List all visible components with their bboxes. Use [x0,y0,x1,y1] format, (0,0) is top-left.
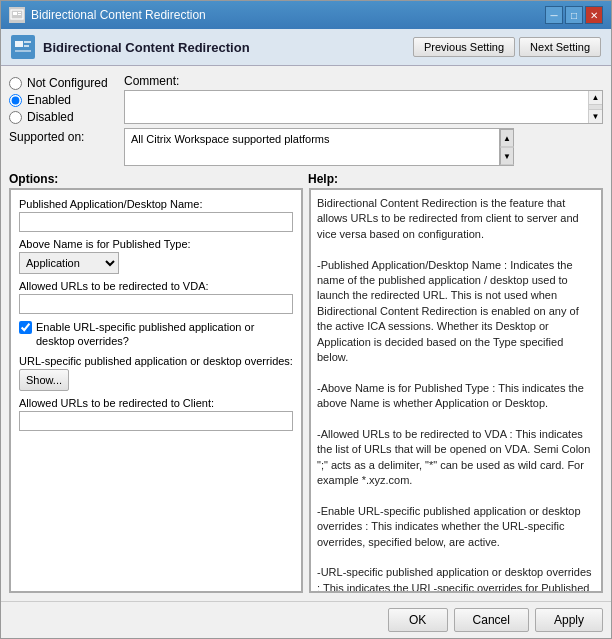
url-overrides-label: URL-specific published application or de… [19,355,293,367]
svg-rect-3 [18,14,21,15]
supported-wrap: Supported on: All Citrix Workspace suppo… [9,128,603,166]
comment-scrollbar: ▲ ▼ [588,91,602,123]
type-select[interactable]: Application [19,252,119,274]
url-overrides-group: URL-specific published application or de… [19,355,293,391]
help-title: Help: [308,172,603,186]
window-icon [9,7,25,23]
comment-box-wrap: ▲ ▼ [124,90,603,124]
help-panel: Bidirectional Content Redirection is the… [310,189,602,592]
app-desktop-label: Published Application/Desktop Name: [19,198,293,210]
app-desktop-group: Published Application/Desktop Name: [19,198,293,232]
help-scroll-wrap: Bidirectional Content Redirection is the… [309,188,603,593]
above-name-label: Above Name is for Published Type: [19,238,293,250]
close-button[interactable]: ✕ [585,6,603,24]
supported-value: All Citrix Workspace supported platforms [125,129,499,165]
checkbox-row: Enable URL-specific published applicatio… [19,320,293,349]
svg-rect-1 [13,12,17,15]
allowed-urls-label: Allowed URLs to be redirected to VDA: [19,280,293,292]
comment-scroll-down[interactable]: ▼ [589,109,602,123]
content-area: Not Configured Enabled Disabled Comment:… [1,66,611,601]
title-controls: ─ □ ✕ [545,6,603,24]
next-setting-button[interactable]: Next Setting [519,37,601,57]
svg-rect-7 [24,45,29,47]
svg-rect-6 [24,41,31,43]
allowed-client-input[interactable] [19,411,293,431]
bottom-bar: OK Cancel Apply [1,601,611,638]
prev-setting-button[interactable]: Previous Setting [413,37,515,57]
comment-scroll-up[interactable]: ▲ [589,91,602,105]
enable-checkbox[interactable] [19,321,32,334]
allowed-client-label: Allowed URLs to be redirected to Client: [19,397,293,409]
header-nav: Previous Setting Next Setting [413,37,601,57]
maximize-button[interactable]: □ [565,6,583,24]
supported-scroll-up[interactable]: ▲ [500,129,514,147]
minimize-button[interactable]: ─ [545,6,563,24]
header-icon [11,35,35,59]
allowed-urls-input[interactable] [19,294,293,314]
comment-col: Comment: ▲ ▼ [124,74,603,124]
supported-scroll-down[interactable]: ▼ [500,147,514,165]
show-button[interactable]: Show... [19,369,69,391]
disabled-label: Disabled [27,110,74,124]
supported-scrollbar: ▲ ▼ [499,129,513,165]
allowed-client-group: Allowed URLs to be redirected to Client: [19,397,293,431]
apply-button[interactable]: Apply [535,608,603,632]
enabled-radio[interactable] [9,94,22,107]
options-help-labels: Options: Help: [9,172,603,186]
title-bar: Bidirectional Content Redirection ─ □ ✕ [1,1,611,29]
svg-rect-5 [15,41,23,47]
options-scroll-wrap: Published Application/Desktop Name: Abov… [9,188,303,593]
comment-label: Comment: [124,74,603,88]
not-configured-radio[interactable] [9,77,22,90]
radio-col: Not Configured Enabled Disabled [9,74,124,124]
header-title: Bidirectional Content Redirection [43,40,250,55]
two-panel: Published Application/Desktop Name: Abov… [9,188,603,593]
enable-checkbox-label: Enable URL-specific published applicatio… [36,320,293,349]
enabled-row: Enabled [9,93,124,107]
above-name-group: Above Name is for Published Type: Applic… [19,238,293,274]
enabled-label: Enabled [27,93,71,107]
cancel-button[interactable]: Cancel [454,608,529,632]
ok-button[interactable]: OK [388,608,448,632]
not-configured-row: Not Configured [9,76,124,90]
options-title: Options: [9,172,304,186]
supported-label: Supported on: [9,128,124,144]
disabled-row: Disabled [9,110,124,124]
options-panel: Published Application/Desktop Name: Abov… [10,189,302,592]
title-bar-left: Bidirectional Content Redirection [9,7,206,23]
svg-rect-2 [18,12,21,13]
help-text: Bidirectional Content Redirection is the… [317,196,595,592]
title-text: Bidirectional Content Redirection [31,8,206,22]
comment-textarea[interactable] [125,91,588,123]
app-desktop-input[interactable] [19,212,293,232]
supported-content: All Citrix Workspace supported platforms… [124,128,514,166]
header-bar: Bidirectional Content Redirection Previo… [1,29,611,66]
config-comment-row: Not Configured Enabled Disabled Comment:… [9,74,603,124]
allowed-urls-group: Allowed URLs to be redirected to VDA: [19,280,293,314]
svg-rect-8 [15,50,31,52]
disabled-radio[interactable] [9,111,22,124]
main-window: Bidirectional Content Redirection ─ □ ✕ … [0,0,612,639]
not-configured-label: Not Configured [27,76,108,90]
